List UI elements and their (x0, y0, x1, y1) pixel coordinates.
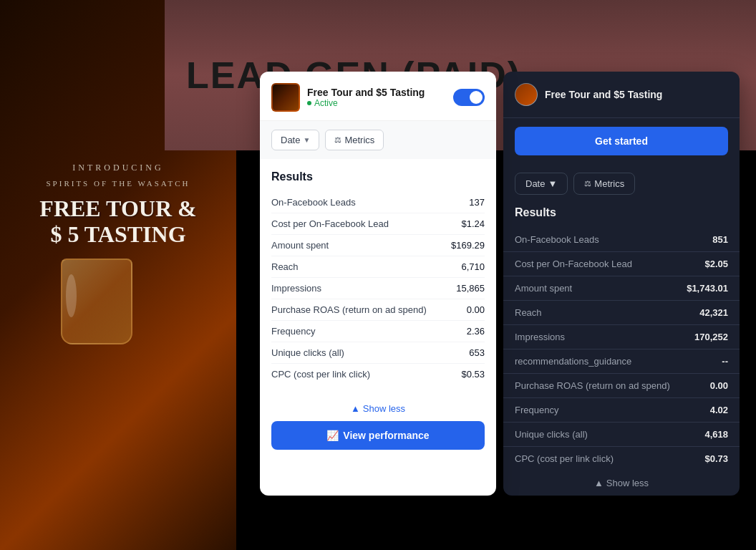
row-value: 170,252 (694, 332, 728, 342)
right-metrics-filter-label: Metrics (594, 178, 624, 189)
row-label: Amount spent (271, 240, 329, 251)
row-value: $0.53 (461, 369, 485, 380)
table-row: On-Facebook Leads 851 (503, 228, 740, 252)
row-label: CPC (cost per link click) (271, 369, 370, 380)
row-label: CPC (cost per link click) (515, 453, 614, 464)
row-value: 42,321 (699, 307, 728, 318)
get-started-label: Get started (595, 135, 648, 147)
row-value: $169.29 (451, 240, 485, 251)
row-value: 15,865 (456, 283, 485, 294)
table-row: Unique clicks (all) 4,618 (503, 423, 740, 447)
row-label: Frequency (515, 405, 558, 415)
table-row: Frequency 2.36 (271, 321, 485, 342)
left-panel-header-left: Free Tour and $5 Tasting Active (271, 83, 425, 112)
ad-thumbnail (271, 83, 300, 112)
table-row: Reach 6,710 (271, 256, 485, 278)
table-row: Unique clicks (all) 653 (271, 342, 485, 364)
row-label: Impressions (271, 283, 321, 294)
right-date-chevron-icon: ▼ (548, 178, 557, 189)
right-metrics-icon: ⚖ (584, 179, 591, 188)
table-row: Impressions 15,865 (271, 278, 485, 299)
left-filter-row: Date ▼ ⚖ Metrics (260, 121, 496, 159)
row-value: $2.05 (704, 259, 728, 269)
row-value: 4,618 (704, 429, 728, 440)
right-date-filter-label: Date (525, 178, 545, 189)
right-ad-panel: Free Tour and $5 Tasting Get started Dat… (503, 72, 740, 496)
right-results-title: Results (503, 203, 740, 228)
table-row: Amount spent $1,743.01 (503, 276, 740, 301)
chart-icon: 📈 (326, 430, 339, 441)
table-row: CPC (cost per link click) $0.73 (503, 447, 740, 471)
table-row: CPC (cost per link click) $0.53 (271, 364, 485, 385)
ad-brand-text: SPIRITS OF THE WASATCH (39, 179, 196, 188)
table-row: Reach 42,321 (503, 301, 740, 325)
right-panel-header: Free Tour and $5 Tasting (503, 72, 740, 118)
ad-offer-line1: FREE TOUR & (39, 196, 196, 221)
row-label: On-Facebook Leads (271, 197, 356, 208)
row-label: Cost per On-Facebook Lead (271, 218, 389, 229)
show-less-caret-icon: ▲ (351, 403, 360, 414)
table-row: Purchase ROAS (return on ad spend) 0.00 (271, 299, 485, 321)
metrics-filter-button[interactable]: ⚖ Metrics (325, 130, 384, 150)
row-label: Cost per On-Facebook Lead (515, 259, 632, 269)
row-value: $1,743.01 (687, 283, 728, 294)
row-value: 851 (712, 234, 728, 245)
table-row: Amount spent $169.29 (271, 235, 485, 256)
row-value: 653 (469, 347, 485, 358)
row-label: Impressions (515, 332, 565, 342)
left-show-less-button[interactable]: ▲ Show less (260, 396, 496, 421)
ad-toggle[interactable] (453, 89, 485, 106)
row-label: Reach (271, 261, 299, 272)
table-row: Frequency 4.02 (503, 398, 740, 423)
table-row: Purchase ROAS (return on ad spend) 0.00 (503, 374, 740, 398)
date-filter-button[interactable]: Date ▼ (271, 130, 319, 150)
right-metrics-filter-button[interactable]: ⚖ Metrics (573, 173, 635, 195)
row-label: Unique clicks (all) (515, 429, 588, 440)
table-row: recommendations_guidance -- (503, 349, 740, 374)
row-value: 0.00 (467, 304, 485, 315)
ad-intro-text: INTRODUCING (39, 163, 196, 173)
left-ad-status: Active (307, 98, 425, 108)
row-label: Unique clicks (all) (271, 347, 344, 358)
row-value: $0.73 (704, 453, 728, 464)
view-performance-button[interactable]: 📈 View performance (271, 421, 485, 450)
status-dot-icon (307, 101, 311, 105)
left-panel-header: Free Tour and $5 Tasting Active (260, 72, 496, 121)
row-value: 0.00 (710, 380, 728, 391)
table-row: Cost per On-Facebook Lead $2.05 (503, 252, 740, 276)
right-date-filter-button[interactable]: Date ▼ (515, 173, 568, 195)
view-performance-label: View performance (343, 430, 429, 441)
row-label: recommendations_guidance (515, 356, 631, 367)
ad-offer-line2: $ 5 TASTING (39, 222, 196, 247)
right-filter-row: Date ▼ ⚖ Metrics (503, 164, 740, 203)
row-value: $1.24 (461, 218, 485, 229)
whiskey-glass-image (39, 259, 154, 387)
row-value: 6,710 (461, 261, 485, 272)
table-row: Cost per On-Facebook Lead $1.24 (271, 213, 485, 235)
right-show-less-caret-icon: ▲ (594, 478, 604, 488)
row-label: Amount spent (515, 283, 572, 294)
row-value: 137 (469, 197, 485, 208)
avatar (515, 83, 538, 106)
ad-info: Free Tour and $5 Tasting Active (307, 87, 425, 108)
metrics-icon: ⚖ (334, 135, 341, 145)
get-started-button[interactable]: Get started (515, 127, 728, 155)
table-row: Impressions 170,252 (503, 325, 740, 349)
right-show-less-button[interactable]: ▲ Show less (503, 471, 740, 496)
row-value: 2.36 (467, 326, 485, 337)
left-ad-panel: Free Tour and $5 Tasting Active Date ▼ ⚖… (260, 72, 496, 496)
row-value: -- (722, 356, 728, 367)
right-results-table: On-Facebook Leads 851 Cost per On-Facebo… (503, 228, 740, 471)
status-label: Active (314, 98, 338, 108)
table-row: On-Facebook Leads 137 (271, 192, 485, 213)
row-label: Reach (515, 307, 542, 318)
right-show-less-label: Show less (606, 478, 649, 488)
panels-container: Free Tour and $5 Tasting Active Date ▼ ⚖… (260, 72, 740, 496)
left-results-section: Results On-Facebook Leads 137 Cost per O… (260, 159, 496, 396)
row-label: Purchase ROAS (return on ad spend) (271, 304, 427, 315)
date-filter-label: Date (281, 135, 300, 145)
row-label: Purchase ROAS (return on ad spend) (515, 380, 670, 391)
row-label: Frequency (271, 326, 315, 337)
show-less-label: Show less (363, 403, 405, 414)
left-results-title: Results (271, 170, 485, 183)
